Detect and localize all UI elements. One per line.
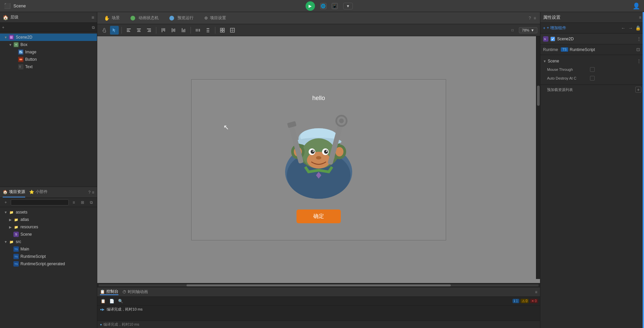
status-bar: ● 编译完成，耗时10 ms: [97, 321, 540, 328]
scene2d-enabled-checkbox[interactable]: [550, 37, 555, 41]
err-count: 0: [535, 299, 537, 303]
scene-section-more[interactable]: ⋮: [637, 58, 641, 64]
editor-toolbar: □ 78% ▼: [97, 24, 540, 36]
console-paste-btn[interactable]: 📄: [108, 297, 115, 305]
align-center-h-btn[interactable]: [135, 26, 143, 35]
horizontal-scrollbar[interactable]: [97, 283, 540, 287]
tab-console[interactable]: 📋 控制台: [100, 289, 118, 295]
console-menu-icon[interactable]: ≡: [535, 290, 537, 294]
globe-icon-btn[interactable]: 🌐: [320, 3, 326, 9]
err-icon: ✕: [531, 299, 534, 303]
assets-label: 项目资源: [9, 189, 25, 195]
hierarchy-search-input[interactable]: [6, 26, 91, 30]
file-item-src[interactable]: ▼ 📁 src: [0, 238, 97, 245]
properties-menu-icon[interactable]: ≡: [639, 15, 641, 20]
warn-count: 0: [526, 299, 528, 303]
hierarchy-panel: 🏠 层级 ≡ + ⧉ ▼ S Scene2D: [0, 12, 97, 187]
hierarchy-add-icon[interactable]: +: [2, 25, 4, 30]
file-item-assets[interactable]: ▼ 📁 assets: [0, 208, 97, 216]
canvas-button[interactable]: 确定: [297, 209, 341, 223]
align-top-btn[interactable]: [159, 26, 168, 35]
hierarchy-menu-icon[interactable]: ≡: [92, 15, 94, 20]
center-menu-icon[interactable]: ≡: [534, 16, 536, 20]
select-tool-btn[interactable]: [110, 26, 119, 35]
window-icon: ⬛: [4, 3, 11, 9]
console-message: ●▶ 编译完成，耗时10 ms: [100, 307, 143, 312]
grid-view-btn[interactable]: [228, 26, 237, 35]
tab-project-widgets[interactable]: ⭐ 小部件: [29, 187, 48, 197]
project-search-input[interactable]: [11, 199, 69, 205]
folder-icon-assets: 📁: [9, 209, 14, 215]
tree-item-image[interactable]: ▶ Image: [0, 48, 97, 56]
tab-anim-state[interactable]: 动画状态机: [128, 14, 161, 22]
file-label-main: Main: [20, 247, 29, 251]
file-item-main[interactable]: ▶ TS Main: [0, 245, 97, 253]
hand-tool-btn[interactable]: [100, 26, 109, 35]
center-help-icon[interactable]: ?: [529, 16, 531, 20]
nav-right-btn[interactable]: →: [627, 25, 634, 32]
align-left-btn[interactable]: [124, 26, 133, 35]
timeline-label: 时间轴动画: [128, 289, 148, 295]
zoom-selector[interactable]: 78% ▼: [519, 27, 537, 33]
tab-project-settings[interactable]: ⚙ 项目设置: [202, 14, 229, 22]
scene2d-icon: S: [9, 35, 14, 40]
resolution-btn[interactable]: □: [507, 26, 518, 35]
tree-item-button[interactable]: ▶ btn Button: [0, 56, 97, 63]
tab-timeline[interactable]: ⏱ 时间轴动画: [122, 289, 148, 295]
platform-dropdown[interactable]: ▼: [343, 3, 353, 9]
align-middle-btn[interactable]: [169, 26, 178, 35]
tree-item-text[interactable]: ▶ T Text: [0, 63, 97, 71]
tree-item-scene2d[interactable]: ▼ S Scene2D: [0, 34, 97, 41]
file-item-runtime-generated[interactable]: ▶ TS RuntimeScript.generated: [0, 260, 97, 268]
console-search-btn[interactable]: 🔍: [117, 297, 124, 305]
file-item-atlas[interactable]: ▶ 📁 atlas: [0, 216, 97, 223]
component-more-icon[interactable]: ⋮: [637, 36, 641, 42]
project-grid-icon[interactable]: ⊞: [79, 199, 86, 206]
open-script-btn[interactable]: ⊡: [635, 46, 641, 53]
scene2d-component-header: S Scene2D ⋮: [540, 34, 644, 44]
vertical-scrollbar[interactable]: [536, 36, 540, 279]
image-icon: [18, 49, 23, 55]
tab-preview[interactable]: 预览运行: [167, 14, 196, 22]
anim-state-icon: [130, 16, 135, 20]
hierarchy-folder-icon: 🏠: [3, 15, 8, 20]
phone-icon-btn[interactable]: 📱: [332, 3, 338, 9]
tree-arrow-box: ▼: [8, 43, 13, 47]
file-item-resources[interactable]: ▶ 📁 resources: [0, 223, 97, 231]
project-add-button[interactable]: +: [2, 199, 9, 206]
nav-left-btn[interactable]: ←: [620, 25, 627, 32]
distribute-v-btn[interactable]: [204, 26, 212, 35]
scene-section-header[interactable]: ▼ Scene ⋮: [540, 57, 644, 65]
console-copy-btn[interactable]: 📋: [99, 297, 107, 305]
nav-buttons: ← → 🔒: [620, 25, 641, 32]
project-filter-icon[interactable]: ≡: [70, 199, 77, 206]
tree-arrow-scene2d: ▼: [3, 36, 8, 39]
distribute-h-btn[interactable]: [194, 26, 202, 35]
file-item-scene[interactable]: ▶ S Scene: [0, 231, 97, 238]
console-panel: 📋 控制台 ⏱ 时间轴动画 ≡ 📋 📄 🔍 ℹ 1: [97, 287, 540, 321]
editor-canvas[interactable]: hello: [97, 36, 540, 283]
add-comp-icon: +: [543, 26, 545, 31]
project-menu-icon[interactable]: ≡: [92, 190, 94, 195]
toolbar-sep-4: [215, 27, 215, 34]
scene-icon-file: S: [13, 232, 19, 237]
file-item-runtime-script[interactable]: ▶ TS RuntimeScript: [0, 253, 97, 260]
auto-destroy-checkbox[interactable]: [590, 76, 595, 81]
project-help-icon[interactable]: ?: [88, 190, 91, 195]
add-component-button[interactable]: + + 增加组件: [543, 25, 566, 31]
lock-btn[interactable]: 🔒: [635, 25, 641, 32]
play-button[interactable]: ▶: [306, 1, 315, 11]
tree-item-box[interactable]: ▼ Box: [0, 41, 97, 48]
widgets-label: 小部件: [36, 189, 48, 195]
hierarchy-copy-icon[interactable]: ⧉: [92, 25, 95, 30]
tab-scene[interactable]: ✋ 场景: [101, 14, 122, 22]
align-bottom-btn[interactable]: [179, 26, 188, 35]
mouse-through-checkbox[interactable]: [590, 67, 595, 72]
preload-add-btn[interactable]: +: [635, 87, 641, 93]
svg-rect-21: [172, 28, 172, 32]
project-copy-icon[interactable]: ⧉: [88, 199, 95, 206]
info-count: 1: [516, 299, 518, 303]
tab-project-assets[interactable]: 🏠 项目资源: [3, 187, 25, 197]
expand-btn[interactable]: [218, 26, 227, 35]
align-right-btn[interactable]: [145, 26, 153, 35]
